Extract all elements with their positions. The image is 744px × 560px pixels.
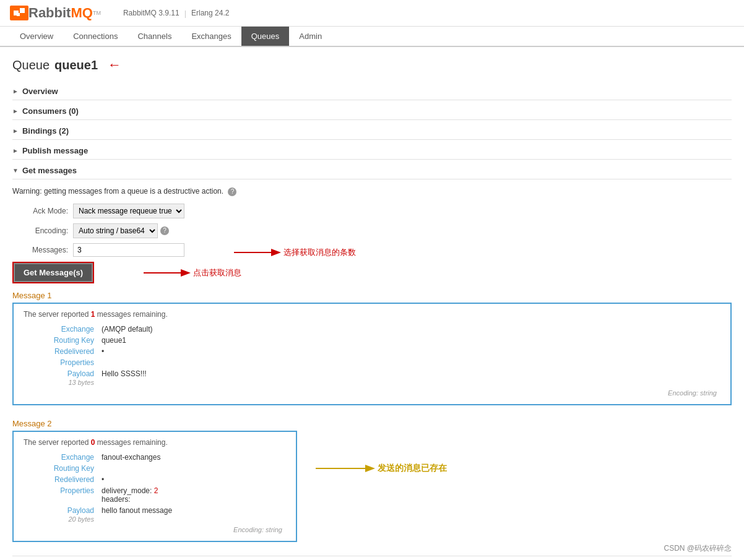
- section-overview-label: Overview: [22, 87, 58, 96]
- encoding-label: Encoding:: [12, 226, 68, 235]
- table-row: Exchange (AMQP default): [24, 324, 720, 335]
- annotation-click-get: 点击获取消息: [144, 265, 241, 280]
- page-title-name: queue1: [54, 58, 98, 72]
- section-bindings-label: Bindings (2): [22, 126, 69, 136]
- watermark: CSDN @码农碎碎念: [664, 543, 732, 554]
- ack-mode-row: Ack Mode: Nack message requeue true: [12, 204, 732, 218]
- svg-rect-2: [20, 8, 25, 13]
- exchange-value: fanout-exchanges: [98, 452, 286, 463]
- get-messages-content: Warning: getting messages from a queue i…: [12, 179, 732, 556]
- messages-row-wrapper: Messages: 选择获取消息的条数: [12, 243, 732, 262]
- main-content: Queue queue1 ← ► Overview ► Consumers (0…: [0, 47, 744, 560]
- annotation-arrow-1: [234, 245, 283, 260]
- message2-server-text: The server reported 0 messages remaining…: [24, 438, 286, 447]
- main-nav: Overview Connections Channels Exchanges …: [0, 27, 744, 47]
- section-consumers: ► Consumers (0): [12, 103, 732, 120]
- message1-box: The server reported 1 messages remaining…: [12, 303, 732, 405]
- message1-label: Message 1: [12, 291, 732, 300]
- table-row: Redelivered •: [24, 346, 720, 357]
- section-get-messages-header[interactable]: ▼ Get messages: [12, 162, 732, 179]
- annotation-select-count-text: 选择获取消息的条数: [283, 247, 356, 258]
- table-row: Routing Key: [24, 463, 286, 474]
- section-overview-arrow: ►: [12, 88, 19, 95]
- nav-channels[interactable]: Channels: [128, 27, 181, 46]
- section-bindings: ► Bindings (2): [12, 123, 732, 140]
- routing-key-value: [98, 463, 286, 474]
- routing-key-label: Routing Key: [24, 463, 98, 474]
- section-consumers-label: Consumers (0): [22, 106, 79, 116]
- section-get-messages-arrow: ▼: [12, 167, 19, 174]
- help-icon[interactable]: ?: [228, 187, 236, 196]
- section-publish-arrow: ►: [12, 147, 19, 154]
- table-row: Properties delivery_mode: 2 headers:: [24, 485, 286, 505]
- annotation-message-exists: 发送的消息已存在: [316, 461, 447, 476]
- ack-mode-label: Ack Mode:: [12, 207, 68, 215]
- logo: RabbitMQTM: [10, 5, 101, 21]
- message1-table: Exchange (AMQP default) Routing Key queu…: [24, 324, 720, 398]
- payload-value: Hello SSSS!!!: [98, 368, 720, 388]
- message2-table: Exchange fanout-exchanges Routing Key Re…: [24, 452, 286, 535]
- section-overview: ► Overview: [12, 83, 732, 100]
- nav-overview[interactable]: Overview: [10, 27, 63, 46]
- table-row: Encoding: string: [24, 525, 286, 535]
- message2-left: Message 2 The server reported 0 messages…: [12, 411, 297, 548]
- annotation-arrow-2: [144, 265, 193, 280]
- encoding-info: Encoding: string: [24, 388, 720, 398]
- table-row: Payload 13 bytes Hello SSSS!!!: [24, 368, 720, 388]
- properties-value: delivery_mode: 2 headers:: [98, 485, 286, 505]
- payload-size: 20 bytes: [68, 515, 94, 523]
- annotation-click-get-text: 点击获取消息: [193, 267, 241, 278]
- routing-key-value: queue1: [98, 335, 720, 346]
- section-get-messages-label: Get messages: [22, 166, 77, 175]
- redelivered-value: •: [98, 346, 720, 357]
- logo-mq: MQ: [71, 5, 92, 21]
- erlang-info: Erlang 24.2: [191, 9, 229, 17]
- ack-mode-select[interactable]: Nack message requeue true: [73, 204, 184, 218]
- annotation-arrow-3: [316, 461, 378, 476]
- encoding-info: Encoding: string: [24, 525, 286, 535]
- section-publish-header[interactable]: ► Publish message: [12, 142, 732, 159]
- section-publish-label: Publish message: [22, 146, 88, 155]
- header: RabbitMQTM RabbitMQ 3.9.11 | Erlang 24.2: [0, 0, 744, 27]
- logo-rabbit: Rabbit: [28, 5, 71, 21]
- table-row: Encoding: string: [24, 388, 720, 398]
- get-button-wrapper: Get Message(s): [12, 262, 94, 283]
- routing-key-label: Routing Key: [24, 335, 98, 346]
- messages-row: Messages:: [12, 243, 184, 257]
- payload-size: 13 bytes: [68, 379, 94, 386]
- table-row: Payload 20 bytes hello fanout message: [24, 505, 286, 525]
- encoding-select[interactable]: Auto string / base64: [73, 223, 158, 238]
- properties-label: Properties: [24, 357, 98, 368]
- properties-value: [98, 357, 720, 368]
- messages-count-label: Messages:: [12, 246, 68, 254]
- logo-tm: TM: [93, 10, 101, 16]
- annotation-select-count: 选择获取消息的条数: [234, 245, 356, 260]
- page-title-prefix: Queue: [12, 58, 50, 72]
- message2-box: The server reported 0 messages remaining…: [12, 431, 297, 542]
- section-bindings-header[interactable]: ► Bindings (2): [12, 123, 732, 139]
- section-overview-header[interactable]: ► Overview: [12, 83, 732, 100]
- nav-connections[interactable]: Connections: [63, 27, 128, 46]
- section-bindings-arrow: ►: [12, 127, 19, 134]
- get-messages-button[interactable]: Get Message(s): [14, 263, 93, 282]
- redelivered-value: •: [98, 474, 286, 485]
- svg-rect-3: [17, 13, 20, 16]
- nav-exchanges[interactable]: Exchanges: [181, 27, 241, 46]
- get-messages-warning: Warning: getting messages from a queue i…: [12, 187, 732, 196]
- messages-count-input[interactable]: [73, 243, 184, 257]
- section-consumers-header[interactable]: ► Consumers (0): [12, 103, 732, 119]
- version-info: RabbitMQ 3.9.11: [123, 9, 180, 17]
- redelivered-label: Redelivered: [24, 474, 98, 485]
- nav-admin[interactable]: Admin: [289, 27, 332, 46]
- section-get-messages: ▼ Get messages Warning: getting messages…: [12, 162, 732, 556]
- section-publish: ► Publish message: [12, 142, 732, 160]
- title-arrow: ←: [108, 57, 121, 73]
- message2-wrapper: Message 2 The server reported 0 messages…: [12, 411, 732, 548]
- properties-label: Properties: [24, 485, 98, 505]
- encoding-help-icon[interactable]: ?: [160, 226, 169, 235]
- nav-queues[interactable]: Queues: [241, 27, 290, 46]
- payload-label: Payload 13 bytes: [24, 368, 98, 388]
- encoding-row: Encoding: Auto string / base64 ?: [12, 223, 732, 238]
- logo-icon: [10, 6, 28, 20]
- table-row: Exchange fanout-exchanges: [24, 452, 286, 463]
